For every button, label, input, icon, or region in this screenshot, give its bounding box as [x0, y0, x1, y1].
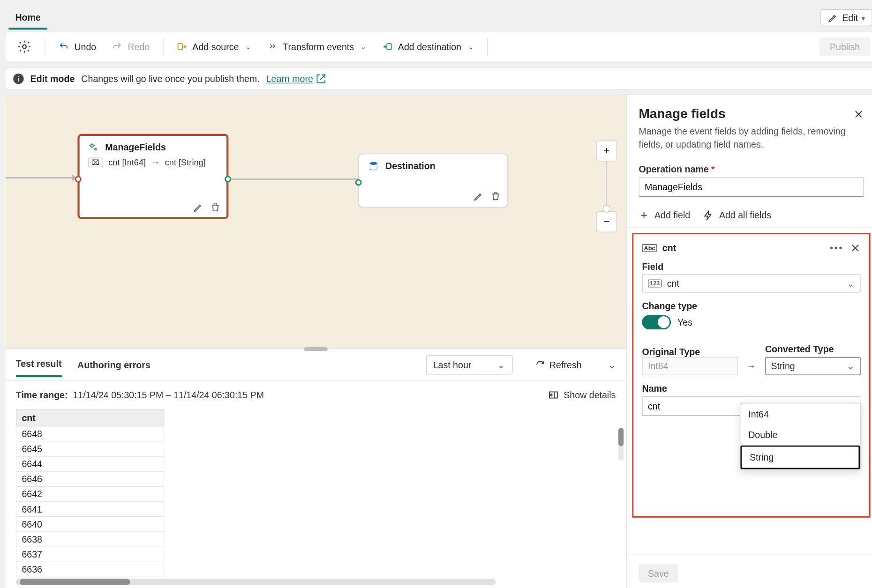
settings-button[interactable] [11, 36, 38, 58]
transform-label: Transform events [283, 41, 354, 52]
lightning-icon [703, 210, 714, 220]
edge-line [5, 177, 79, 179]
learn-more-link[interactable]: Learn more [266, 74, 326, 84]
table-row[interactable]: 6644 [16, 456, 164, 471]
svg-rect-2 [387, 44, 391, 50]
vertical-scrollbar[interactable] [618, 428, 624, 461]
redo-label: Redo [128, 41, 150, 52]
table-row[interactable]: 6640 [16, 517, 164, 532]
time-range-label: Time range: [16, 390, 68, 400]
dropdown-option-string[interactable]: String [740, 446, 860, 469]
horizontal-scrollbar[interactable] [16, 579, 496, 585]
cell: 6644 [16, 456, 164, 471]
zoom-out-button[interactable]: − [596, 211, 617, 232]
zoom-knob[interactable] [602, 205, 610, 213]
tab-home[interactable]: Home [8, 7, 47, 30]
add-all-fields-button[interactable]: Add all fields [703, 210, 771, 220]
learn-more-label: Learn more [266, 74, 313, 84]
cell: 6640 [16, 517, 164, 532]
pane-resize-handle[interactable] [304, 347, 327, 351]
port-out[interactable] [225, 176, 231, 182]
converted-type-select[interactable]: String ⌄ [765, 357, 861, 375]
zoom-in-button[interactable]: + [596, 141, 617, 162]
field-select[interactable]: 123cnt ⌄ [642, 275, 860, 293]
pencil-icon[interactable] [474, 191, 484, 201]
redo-button[interactable]: Redo [105, 37, 156, 56]
external-link-icon [316, 74, 326, 84]
edit-button[interactable]: Edit ▾ [820, 9, 872, 26]
dropdown-option-int64[interactable]: Int64 [740, 403, 860, 424]
cell: 6642 [16, 486, 164, 501]
table-row[interactable]: 6641 [16, 502, 164, 517]
save-button[interactable]: Save [639, 564, 678, 582]
add-source-label: Add source [192, 41, 239, 52]
database-icon [368, 161, 379, 171]
change-type-label: Change type [642, 301, 860, 311]
publish-button[interactable]: Publish [819, 37, 871, 56]
cell: 6636 [16, 562, 164, 577]
operation-name-input[interactable] [639, 177, 864, 197]
operation-name-label: Operation name * [639, 164, 864, 174]
chevron-down-icon: ⌄ [245, 43, 251, 51]
chevron-down-icon: ⌄ [361, 43, 367, 51]
flow-canvas[interactable]: ManageFields ⌧ cnt [Int64] → cnt [String… [5, 95, 626, 349]
add-all-label: Add all fields [719, 210, 771, 220]
edit-label: Edit [842, 13, 858, 23]
refresh-label: Refresh [549, 359, 582, 370]
tab-test-result[interactable]: Test result [16, 352, 62, 378]
show-details-label: Show details [564, 390, 616, 400]
undo-label: Undo [74, 41, 96, 52]
chevron-down-icon: ⌄ [847, 361, 855, 371]
zoom-control: + − [596, 141, 617, 232]
add-field-label: Add field [654, 210, 690, 220]
edge-line [228, 179, 360, 180]
table-row[interactable]: 6636 [16, 562, 164, 577]
table-row[interactable]: 6645 [16, 441, 164, 456]
name-label: Name [642, 383, 860, 394]
more-icon[interactable]: ••• [830, 243, 843, 253]
chevron-down-icon: ⌄ [497, 359, 505, 370]
cell: 6645 [16, 441, 164, 456]
refresh-button[interactable]: Refresh [528, 359, 588, 370]
table-row[interactable]: 6637 [16, 547, 164, 562]
field-card: Abc cnt ••• Field 123cnt ⌄ Change type [633, 234, 869, 516]
port-in[interactable] [75, 176, 82, 182]
add-field-button[interactable]: Add field [639, 210, 690, 220]
trash-icon[interactable] [210, 202, 220, 212]
close-icon[interactable] [850, 243, 860, 253]
chevron-down-icon[interactable]: ⌄ [608, 359, 616, 370]
dropdown-option-double[interactable]: Double [740, 424, 860, 446]
change-type-toggle[interactable] [642, 315, 671, 329]
add-destination-button[interactable]: Add destination ⌄ [376, 37, 480, 56]
close-icon[interactable] [853, 109, 864, 119]
table-row[interactable]: 6648 [16, 426, 164, 441]
table-row[interactable]: 6638 [16, 532, 164, 547]
cell: 6637 [16, 547, 164, 562]
undo-button[interactable]: Undo [52, 37, 103, 56]
tab-authoring-errors[interactable]: Authoring errors [77, 353, 150, 376]
cell: 6641 [16, 502, 164, 517]
table-row[interactable]: 6642 [16, 486, 164, 501]
col-header[interactable]: cnt [16, 410, 164, 426]
result-table: cnt 664866456644664666426641664066386637… [16, 409, 164, 577]
converted-type-dropdown: Int64 Double String [740, 403, 861, 470]
converted-type-value: String [771, 361, 795, 371]
time-range-select[interactable]: Last hour ⌄ [426, 355, 512, 374]
show-details-button[interactable]: Show details [548, 390, 616, 400]
add-source-button[interactable]: Add source ⌄ [170, 37, 258, 56]
original-type-input: Int64 [642, 357, 737, 375]
destination-icon [382, 41, 392, 52]
arrow-icon: → [747, 361, 756, 375]
type-abc-icon: Abc [642, 244, 657, 252]
transform-events-button[interactable]: Transform events ⌄ [261, 37, 373, 56]
pencil-icon [827, 13, 838, 23]
pencil-icon[interactable] [193, 202, 203, 212]
node-destination[interactable]: Destination [359, 154, 508, 208]
trash-icon[interactable] [490, 191, 501, 201]
svg-point-3 [90, 144, 93, 147]
separator [487, 37, 488, 56]
table-row[interactable]: 6646 [16, 471, 164, 486]
port-in[interactable] [355, 179, 362, 186]
node-manage-fields[interactable]: ManageFields ⌧ cnt [Int64] → cnt [String… [77, 134, 228, 219]
zoom-slider[interactable] [606, 162, 607, 211]
